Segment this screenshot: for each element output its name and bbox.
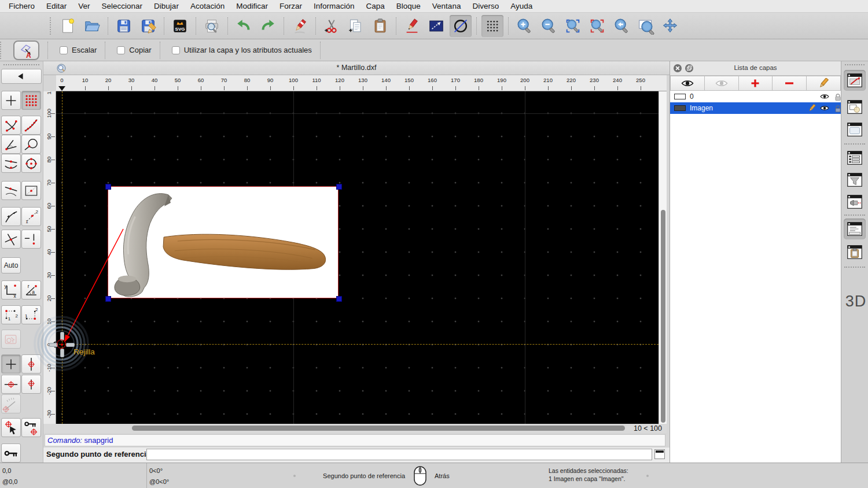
edit-layer-button[interactable] [807, 76, 841, 91]
dock-block-list-button[interactable] [844, 97, 866, 117]
snap-reference[interactable] [21, 181, 41, 200]
snap-endpoint[interactable] [1, 116, 21, 135]
selection-handle-bottom-left[interactable] [105, 296, 111, 302]
restrict-horizontal[interactable] [1, 375, 21, 394]
snap-perpendicular[interactable] [1, 135, 21, 154]
delete-entity-button[interactable] [289, 15, 311, 37]
dock-clipboard-button[interactable] [844, 242, 866, 263]
selection-handle-bottom-right[interactable] [336, 296, 342, 302]
snap-intersection-manual[interactable] [21, 230, 41, 249]
snap-sequence[interactable]: 12 [21, 207, 41, 226]
snap-center[interactable] [21, 154, 41, 173]
dock-drag-handle[interactable] [845, 64, 865, 65]
dock-library-button[interactable] [844, 119, 866, 140]
checkbox-escalar[interactable]: Escalar [60, 46, 97, 54]
redo-button[interactable] [257, 15, 279, 37]
circle-empty-button[interactable] [450, 15, 472, 37]
hide-all-layers-button[interactable] [705, 76, 739, 91]
horizontal-scrollbar-thumb[interactable] [132, 426, 625, 431]
zoom-in-button[interactable] [513, 15, 535, 37]
open-folder-button[interactable] [81, 15, 103, 37]
relative-zero[interactable] [1, 443, 21, 463]
menu-ayuda[interactable]: Ayuda [505, 0, 538, 13]
svg-export-button[interactable]: SVG [169, 15, 191, 37]
add-layer-button[interactable] [739, 76, 773, 91]
command-detach-button[interactable] [654, 449, 665, 459]
ref-order-right[interactable]: 12 [21, 305, 41, 324]
hammer-image[interactable] [108, 186, 339, 298]
undo-button[interactable] [233, 15, 255, 37]
zoom-window-button[interactable] [635, 15, 657, 37]
dock-filter-button[interactable] [844, 169, 866, 190]
vertical-scrollbar[interactable] [659, 91, 667, 424]
snap-free[interactable] [1, 91, 21, 110]
auto-button[interactable]: Auto [1, 257, 21, 273]
checkbox-copiar[interactable]: Copiar [117, 46, 151, 54]
restrict-none[interactable] [1, 354, 21, 374]
copy-button[interactable] [345, 15, 367, 37]
select-ghost[interactable] [1, 330, 21, 349]
layer-edit-icon[interactable] [807, 104, 817, 112]
snap-nearest[interactable] [1, 181, 21, 200]
menu-bloque[interactable]: Bloque [391, 0, 426, 13]
checkbox-utilizar-la-capa-y-los-atributos-actuales[interactable]: Utilizar la capa y los atributos actuale… [172, 46, 312, 54]
layer-visibility-icon[interactable] [819, 93, 830, 101]
pen-attributes-button[interactable] [401, 15, 423, 37]
snap-on-entity[interactable] [21, 116, 41, 135]
paste-button[interactable] [369, 15, 391, 37]
dock-layer-list-button[interactable] [844, 70, 866, 91]
menu-seleccionar[interactable]: Seleccionar [96, 0, 149, 13]
menu-ventana[interactable]: Ventana [426, 0, 467, 13]
horizontal-scrollbar[interactable]: 10 < 100 [43, 424, 667, 433]
snap-middle[interactable] [1, 154, 21, 173]
dock-command-line-button[interactable] [844, 219, 866, 239]
menu-informacion[interactable]: Información [308, 0, 361, 13]
layer-row-imagen[interactable]: Imagen [670, 102, 841, 114]
grid-toggle-button[interactable] [481, 15, 503, 37]
lock-relative-zero[interactable] [21, 418, 41, 437]
snap-intersection[interactable] [1, 230, 21, 249]
new-document-button[interactable] [57, 15, 79, 37]
remove-layer-button[interactable] [773, 76, 807, 91]
snap-tangent[interactable] [1, 207, 21, 226]
menu-editar[interactable]: Editar [41, 0, 72, 13]
show-all-layers-button[interactable] [670, 76, 705, 91]
dock-entity-list-button[interactable] [844, 147, 866, 168]
restrict-orthogonal[interactable] [21, 375, 41, 394]
zoom-pan-button[interactable] [659, 15, 681, 37]
zoom-previous-button[interactable] [610, 15, 632, 37]
selection-handle-top-left[interactable] [105, 184, 111, 190]
menu-fichero[interactable]: Fichero [3, 0, 41, 13]
print-preview-button[interactable] [201, 15, 223, 37]
menu-modificar[interactable]: Modificar [230, 0, 274, 13]
menu-acotacion[interactable]: Acotación [185, 0, 230, 13]
zoom-out-button[interactable] [538, 15, 560, 37]
menu-ver[interactable]: Ver [72, 0, 95, 13]
angle-gauge[interactable] [1, 394, 21, 413]
toolbar-drag-handle[interactable] [50, 17, 53, 35]
zoom-select-button[interactable] [586, 15, 608, 37]
menu-diverso[interactable]: Diverso [466, 0, 505, 13]
layer-row-0[interactable]: 0 [670, 91, 841, 102]
menu-forzar[interactable]: Forzar [274, 0, 308, 13]
snap-distance[interactable] [21, 135, 41, 154]
options-drag-handle[interactable] [0, 42, 3, 59]
checkbox-box-copiar[interactable] [117, 46, 125, 54]
coord-polar[interactable]: ra [21, 280, 41, 300]
palette-drag-handle[interactable] [3, 64, 39, 65]
zoom-auto-button[interactable] [562, 15, 584, 37]
save-button[interactable] [113, 15, 135, 37]
menu-dibujar[interactable]: Dibujar [148, 0, 185, 13]
menu-capa[interactable]: Capa [361, 0, 391, 13]
drawing-canvas[interactable] [56, 91, 659, 424]
move-copy-tool-button[interactable]: A [13, 40, 39, 60]
checkbox-box-utilizar-la-capa-y-los-atributos-actuales[interactable] [172, 46, 180, 54]
back-arrow-button[interactable] [1, 69, 42, 84]
vertical-scrollbar-thumb[interactable] [661, 210, 665, 423]
layer-visibility-icon[interactable] [819, 104, 830, 112]
cut-button[interactable] [321, 15, 343, 37]
snap-grid[interactable] [21, 91, 41, 110]
coord-cartesian[interactable]: yx [1, 280, 21, 300]
save-as-button[interactable] [137, 15, 159, 37]
checkbox-box-escalar[interactable] [60, 46, 68, 54]
